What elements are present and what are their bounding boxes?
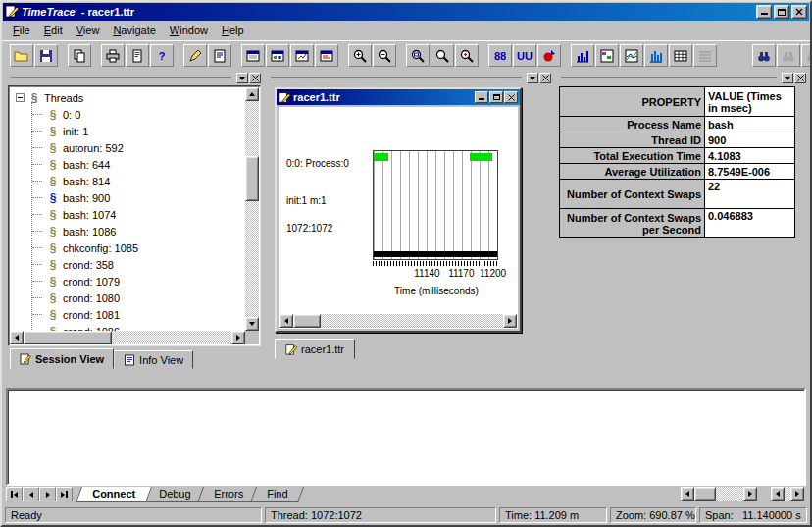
drag-gripper[interactable] bbox=[271, 77, 522, 79]
scroll-right-button[interactable] bbox=[790, 487, 804, 501]
tab-connect[interactable]: Connect bbox=[76, 487, 152, 502]
zoom-out-button[interactable] bbox=[373, 44, 396, 67]
maximize-button[interactable] bbox=[774, 5, 789, 19]
output-secondary-scrollbar[interactable] bbox=[771, 487, 804, 501]
vertical-scroll-thumb[interactable] bbox=[245, 156, 259, 201]
ruler-button[interactable] bbox=[693, 44, 717, 67]
left-pane-collapse-button[interactable] bbox=[236, 73, 248, 83]
tab-scroll-last-button[interactable] bbox=[56, 487, 73, 501]
tree-item[interactable]: §crond: 1081 bbox=[45, 306, 245, 323]
tree-item-selected[interactable]: §bash: 900 bbox=[45, 189, 245, 206]
copy-button[interactable] bbox=[68, 44, 91, 67]
right-pane-collapse-button[interactable] bbox=[782, 73, 793, 83]
tree-item[interactable]: §bash: 814 bbox=[45, 173, 245, 189]
tree-item[interactable]: §crond: 1079 bbox=[45, 273, 245, 290]
tree-item[interactable]: §crond: 1086 bbox=[45, 323, 245, 331]
right-pane-strip[interactable] bbox=[559, 73, 806, 84]
print-button[interactable] bbox=[101, 44, 125, 67]
help-button[interactable]: ? bbox=[150, 44, 174, 67]
view-chart-button[interactable] bbox=[266, 44, 289, 67]
open-button[interactable] bbox=[10, 44, 33, 67]
find-button[interactable] bbox=[752, 44, 776, 67]
tree-item[interactable]: §bash: 1086 bbox=[45, 223, 245, 239]
edit-button[interactable] bbox=[183, 44, 207, 67]
tree-item[interactable]: §crond: 358 bbox=[45, 256, 245, 273]
menu-view[interactable]: View bbox=[70, 23, 107, 38]
trace-maximize-button[interactable] bbox=[489, 91, 503, 103]
tree-root[interactable]: § Threads bbox=[16, 89, 245, 106]
find-backward-button[interactable] bbox=[801, 44, 812, 67]
zoom-in-button[interactable] bbox=[348, 44, 372, 67]
print-preview-button[interactable] bbox=[126, 44, 149, 67]
trace-plot-area[interactable] bbox=[373, 150, 498, 260]
tab-session-view[interactable]: Session View bbox=[10, 348, 114, 369]
view-table-button[interactable] bbox=[241, 44, 265, 67]
zoom-region-button[interactable] bbox=[406, 44, 430, 67]
left-pane-strip[interactable] bbox=[8, 73, 261, 84]
bar-chart-button[interactable] bbox=[644, 44, 668, 67]
tree-item[interactable]: §init: 1 bbox=[45, 123, 245, 139]
scroll-right-button[interactable] bbox=[503, 314, 517, 328]
scroll-left-button[interactable] bbox=[681, 487, 694, 501]
brackets-button[interactable]: UU bbox=[513, 44, 536, 67]
menu-help[interactable]: Help bbox=[215, 23, 251, 38]
mid-pane-strip[interactable] bbox=[269, 73, 551, 84]
tab-scroll-left-button[interactable] bbox=[23, 487, 39, 501]
drag-gripper[interactable] bbox=[561, 77, 777, 79]
tab-scroll-first-button[interactable] bbox=[6, 487, 23, 501]
properties-button[interactable] bbox=[208, 44, 231, 67]
horizontal-scroll-thumb[interactable] bbox=[293, 314, 321, 328]
line-chart-button[interactable] bbox=[620, 44, 643, 67]
trace-minimize-button[interactable] bbox=[475, 91, 488, 103]
minimize-button[interactable] bbox=[756, 5, 772, 19]
marker-button[interactable] bbox=[537, 44, 561, 67]
drag-gripper[interactable] bbox=[10, 77, 231, 79]
scroll-left-button[interactable] bbox=[771, 487, 785, 501]
tree-item[interactable]: §chkconfig: 1085 bbox=[45, 239, 245, 256]
output-horizontal-scrollbar[interactable] bbox=[681, 487, 757, 501]
scroll-down-button[interactable] bbox=[245, 317, 259, 331]
close-button[interactable] bbox=[791, 5, 807, 19]
mid-pane-collapse-button[interactable] bbox=[527, 73, 538, 83]
view-report-button[interactable] bbox=[315, 44, 338, 67]
scroll-right-button[interactable] bbox=[231, 331, 245, 344]
menu-navigate[interactable]: Navigate bbox=[106, 23, 162, 38]
trace-document-tab[interactable]: racer1.ttr bbox=[275, 339, 355, 359]
right-pane-close-button[interactable] bbox=[794, 73, 806, 83]
scroll-left-button[interactable] bbox=[10, 331, 24, 344]
tree-item[interactable]: §0: 0 bbox=[45, 106, 245, 123]
find-forward-button[interactable] bbox=[777, 44, 800, 67]
histogram-button[interactable] bbox=[571, 44, 594, 67]
tree-vertical-scrollbar[interactable] bbox=[245, 87, 259, 331]
menu-window[interactable]: Window bbox=[163, 23, 215, 38]
trace-close-button[interactable] bbox=[504, 91, 518, 103]
tree-item[interactable]: §bash: 644 bbox=[45, 156, 245, 173]
trace-window-titlebar[interactable]: racer1.ttr bbox=[277, 89, 520, 105]
tree-item[interactable]: §autorun: 592 bbox=[45, 139, 245, 156]
output-console[interactable] bbox=[6, 388, 806, 486]
mid-pane-close-button[interactable] bbox=[539, 73, 551, 83]
menu-file[interactable]: File bbox=[6, 23, 37, 38]
menu-edit[interactable]: Edit bbox=[37, 23, 70, 38]
save-button[interactable] bbox=[34, 44, 58, 67]
tree-item[interactable]: §bash: 1074 bbox=[45, 206, 245, 223]
tree-item[interactable]: §crond: 1080 bbox=[45, 290, 245, 306]
horizontal-scroll-thumb[interactable] bbox=[24, 331, 112, 344]
zoom-fit-button[interactable] bbox=[431, 44, 454, 67]
view-graph-button[interactable] bbox=[290, 44, 314, 67]
scroll-left-button[interactable] bbox=[279, 314, 293, 328]
left-pane-close-button[interactable] bbox=[249, 73, 261, 83]
scroll-right-button[interactable] bbox=[743, 487, 757, 501]
scroll-up-button[interactable] bbox=[245, 87, 259, 101]
tab-scroll-right-button[interactable] bbox=[39, 487, 56, 501]
horizontal-scroll-thumb[interactable] bbox=[694, 487, 716, 501]
tab-find[interactable]: Find bbox=[250, 487, 304, 502]
grid-button[interactable] bbox=[669, 44, 692, 67]
colored-chart-button[interactable] bbox=[595, 44, 619, 67]
numbers-button[interactable]: 88 bbox=[488, 44, 512, 67]
tree-horizontal-scrollbar[interactable] bbox=[10, 331, 245, 344]
collapse-expander-icon[interactable] bbox=[16, 93, 25, 102]
zoom-span-button[interactable] bbox=[455, 44, 479, 67]
tab-info-view[interactable]: Info View bbox=[114, 350, 193, 369]
trace-horizontal-scrollbar[interactable] bbox=[279, 314, 517, 328]
